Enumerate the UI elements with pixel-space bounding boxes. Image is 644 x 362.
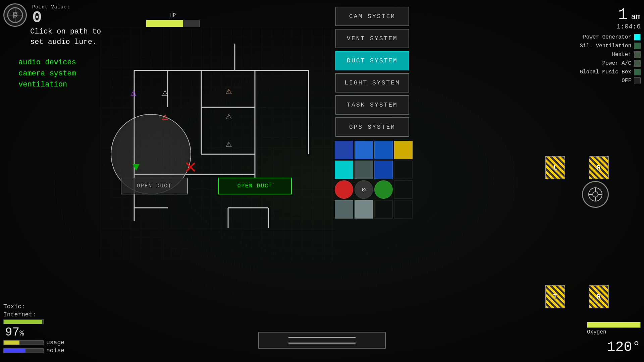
top-barriers: L R bbox=[543, 153, 610, 183]
global-music-label: Global Music Box bbox=[580, 69, 631, 75]
usage-bar bbox=[3, 340, 44, 345]
color-cell-blue4[interactable] bbox=[374, 161, 393, 179]
gps-circle-button[interactable] bbox=[582, 181, 609, 208]
instruction-line1: Click on path to bbox=[30, 27, 101, 37]
usage-label: usage bbox=[46, 339, 70, 346]
open-duct-right-button[interactable]: OPEN DUCT bbox=[218, 178, 292, 194]
internet-bar bbox=[3, 319, 44, 324]
color-cell-flashlight[interactable]: ⊙ bbox=[355, 180, 373, 199]
task-system-button[interactable]: TASK SYSTEM bbox=[335, 95, 409, 115]
barrier-left-label: L bbox=[553, 164, 557, 172]
color-cell-empty2 bbox=[394, 180, 413, 199]
internet-label: Internet: bbox=[3, 311, 27, 318]
map-area[interactable]: OPEN DUCT OPEN DUCT ▼ ✕ bbox=[101, 27, 335, 261]
power-generator-label: Power Generator bbox=[583, 34, 631, 40]
svg-point-25 bbox=[593, 192, 598, 197]
usage-row: usage bbox=[3, 339, 70, 346]
off-row: OFF bbox=[506, 77, 641, 84]
color-cell-green[interactable] bbox=[374, 180, 393, 199]
sys-item-camera[interactable]: camera system bbox=[18, 68, 76, 79]
toxic-row: Toxic: bbox=[3, 303, 70, 310]
barrier-left[interactable]: L bbox=[543, 153, 567, 183]
sil-ventilation-label: Sil. Ventilation bbox=[580, 43, 631, 49]
cam-system-button[interactable]: CAM SYSTEM bbox=[335, 7, 409, 26]
red-x-marker: ✕ bbox=[184, 158, 197, 178]
internet-percent-symbol: % bbox=[19, 329, 24, 338]
toxic-label: Toxic: bbox=[3, 303, 27, 310]
arrow-down-icon: ▼ bbox=[132, 161, 140, 174]
hp-label: HP bbox=[146, 12, 200, 18]
sys-item-ventilation[interactable]: ventilation bbox=[18, 79, 76, 90]
time-display: 1 am 1:04:6 bbox=[506, 7, 641, 31]
color-grid: ⊙ bbox=[335, 141, 413, 219]
global-music-indicator bbox=[634, 69, 641, 75]
hp-bar bbox=[146, 20, 200, 27]
heater-indicator bbox=[634, 51, 641, 58]
instruction-line2: set audio lure. bbox=[30, 37, 101, 48]
vent-system-button[interactable]: VENT SYSTEM bbox=[335, 29, 409, 48]
noise-bar-fill bbox=[4, 349, 25, 353]
barrier-right[interactable]: R bbox=[587, 153, 610, 183]
color-cell-gray[interactable] bbox=[355, 161, 373, 179]
bottom-barriers: T R bbox=[543, 282, 610, 312]
color-cell-yellow[interactable] bbox=[394, 141, 413, 159]
time-ampm: am bbox=[631, 12, 641, 21]
color-cell-blue3[interactable] bbox=[374, 141, 393, 159]
gps-system-button[interactable]: GPS SYSTEM bbox=[335, 117, 409, 137]
global-music-row: Global Music Box bbox=[506, 69, 641, 75]
noise-bar bbox=[3, 348, 44, 353]
barrier-right-stripes: R bbox=[589, 156, 609, 179]
faction-icon: F bbox=[7, 7, 23, 23]
score-value: 0 bbox=[32, 10, 70, 26]
color-cell-empty3 bbox=[374, 200, 393, 219]
heater-label: Heater bbox=[612, 52, 631, 58]
barrier-bottom-right[interactable]: R bbox=[587, 282, 610, 312]
color-cell-cyan[interactable] bbox=[335, 161, 353, 179]
instruction-text: Click on path to set audio lure. bbox=[30, 27, 101, 48]
hp-area: HP bbox=[146, 12, 200, 27]
temperature-display: 120° bbox=[607, 339, 641, 355]
flashlight-icon: ⊙ bbox=[362, 185, 366, 194]
color-cell-empty bbox=[394, 161, 413, 179]
noise-row: noise bbox=[3, 347, 70, 354]
duct-system-button[interactable]: DUCT SYSTEM bbox=[335, 51, 409, 70]
bottom-stats: Toxic: Internet: 97 % usage noise bbox=[3, 303, 70, 355]
color-cell-blue1[interactable] bbox=[335, 141, 353, 159]
bottom-bar bbox=[258, 332, 386, 349]
top-left-hud: F Point Value: 0 HP bbox=[3, 3, 132, 27]
bottom-bar-lines bbox=[288, 337, 356, 344]
system-list: audio devices camera system ventilation bbox=[18, 57, 76, 90]
power-generator-indicator bbox=[634, 34, 641, 41]
sil-ventilation-indicator bbox=[634, 43, 641, 49]
oxygen-bar-fill bbox=[587, 322, 640, 327]
power-ac-indicator bbox=[634, 60, 641, 67]
off-label: OFF bbox=[622, 78, 631, 84]
faction-badge: F bbox=[3, 3, 27, 27]
oxygen-area: Oxygen bbox=[587, 322, 641, 335]
color-cell-red[interactable] bbox=[335, 180, 353, 199]
system-buttons-panel: CAM SYSTEM VENT SYSTEM DUCT SYSTEM LIGHT… bbox=[335, 7, 409, 137]
power-generator-row: Power Generator bbox=[506, 34, 641, 41]
barrier-bottom-left[interactable]: T bbox=[543, 282, 567, 312]
heater-row: Heater bbox=[506, 51, 641, 58]
oxygen-label: Oxygen bbox=[587, 329, 606, 335]
color-cell-gray2[interactable] bbox=[335, 200, 353, 219]
sys-item-audio[interactable]: audio devices bbox=[18, 57, 76, 68]
power-ac-label: Power A/C bbox=[602, 60, 631, 66]
open-duct-left-button[interactable]: OPEN DUCT bbox=[121, 178, 188, 194]
time-hour: 1 bbox=[618, 6, 628, 24]
gps-icon bbox=[587, 186, 604, 203]
light-system-button[interactable]: LIGHT SYSTEM bbox=[335, 73, 409, 93]
off-indicator bbox=[634, 77, 641, 84]
power-ac-row: Power A/C bbox=[506, 60, 641, 67]
color-cell-ltgray[interactable] bbox=[355, 200, 373, 219]
color-cell-blue2[interactable] bbox=[355, 141, 373, 159]
score-area: Point Value: 0 bbox=[32, 4, 70, 26]
sil-ventilation-row: Sil. Ventilation bbox=[506, 43, 641, 49]
hp-bar-fill bbox=[146, 20, 183, 27]
internet-percent: 97 bbox=[5, 325, 19, 339]
barrier-bottom-right-label: R bbox=[597, 293, 601, 301]
bottom-center-bar bbox=[258, 332, 386, 349]
usage-bar-fill bbox=[4, 341, 19, 345]
barrier-bottom-left-label: T bbox=[553, 293, 557, 301]
